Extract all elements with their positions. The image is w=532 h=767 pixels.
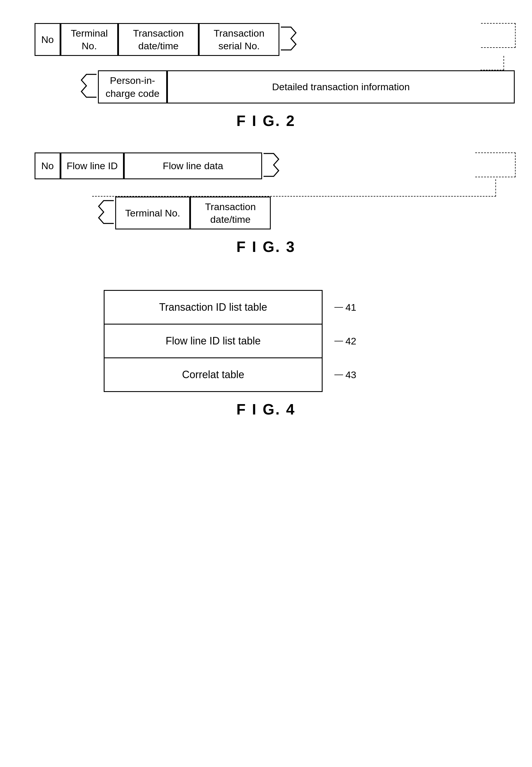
fig4-transaction-id-label: Transaction ID list table [159,301,267,313]
fig2-serial-cell: Transaction serial No. [199,23,279,56]
fig4-table: Transaction ID list table 41 Flow line I… [104,290,323,392]
fig3-label: F I G. 3 [17,238,515,255]
fig2-row1-dashed-connector [481,23,516,48]
fig3-datetime-cell: Transaction date/time [190,196,271,229]
fig3-h-connector [92,196,496,196]
fig2-row1: No Terminal No. Transaction date/time Tr… [35,23,515,56]
fig2-connector-area [35,56,515,70]
fig2-no-cell: No [35,23,60,56]
fig3-diagram: No Flow line ID Flow line data [35,152,515,230]
fig4-row-transaction-id: Transaction ID list table 41 [105,291,322,324]
fig4-ref42-line [334,341,343,341]
fig3-flowlinedata-cell: Flow line data [124,152,262,179]
fig4-ref41-text: 41 [345,302,356,313]
fig4-correlat-label: Correlat table [182,368,244,380]
fig4-row-correlat: Correlat table 43 [105,358,322,391]
fig3-row2-zigzag-left [92,196,115,229]
fig4-flowline-id-label: Flow line ID list table [166,335,261,347]
fig3-row2: Terminal No. Transaction date/time [92,196,515,229]
fig2-row1-zigzag [279,23,302,56]
fig4-label: F I G. 4 [17,401,515,418]
fig3-terminal-cell: Terminal No. [115,196,190,229]
fig4-ref41-line [334,307,343,307]
fig4-ref42-text: 42 [345,335,356,347]
fig4-ref-43: 43 [334,369,356,380]
fig2-label: F I G. 2 [17,112,515,129]
fig3-row1: No Flow line ID Flow line data [35,152,515,179]
fig4-ref-42: 42 [334,335,356,347]
fig2-terminal-cell: Terminal No. [60,23,118,56]
fig3-no-cell: No [35,152,60,179]
fig4-section: Transaction ID list table 41 Flow line I… [17,278,515,418]
fig2-row2-zigzag-left [75,70,98,103]
fig2-row2: Person-in- charge code Detailed transact… [75,70,515,103]
fig3-section: No Flow line ID Flow line data [17,152,515,256]
fig4-diagram: Transaction ID list table 41 Flow line I… [104,290,323,392]
fig2-datetime-cell: Transaction date/time [118,23,199,56]
fig2-detailed-info-cell: Detailed transaction information [167,70,515,103]
fig4-ref-41: 41 [334,302,356,313]
fig2-section: No Terminal No. Transaction date/time Tr… [17,23,515,129]
fig3-row1-dashed-connector [475,152,516,177]
fig4-ref43-line [334,374,343,375]
fig3-connector-area [35,179,515,196]
fig2-v-connector [503,56,504,70]
fig3-row1-zigzag [262,152,285,179]
fig3-v-connector [495,179,496,196]
fig4-ref43-text: 43 [345,369,356,380]
fig2-person-charge-cell: Person-in- charge code [98,70,167,103]
fig3-flowlineid-cell: Flow line ID [60,152,124,179]
fig2-diagram: No Terminal No. Transaction date/time Tr… [35,23,515,103]
fig4-row-flowline-id: Flow line ID list table 42 [105,324,322,358]
